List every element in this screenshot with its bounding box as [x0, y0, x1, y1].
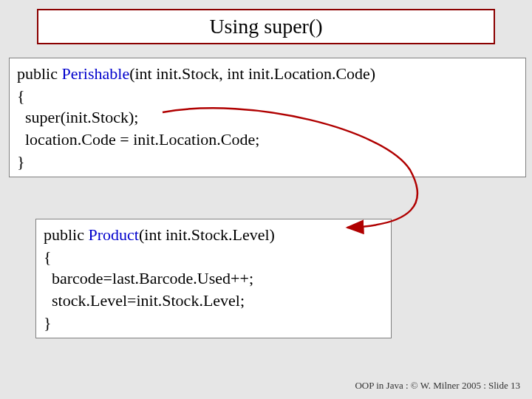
slide-title: Using super(): [209, 15, 322, 38]
code-text: }: [17, 152, 25, 171]
code-text: {: [44, 248, 52, 266]
code-text: barcode=last.Barcode.Used++;: [44, 269, 253, 287]
class-name-perishable: Perishable: [62, 64, 130, 83]
code-text: stock.Level=init.Stock.Level;: [44, 291, 245, 310]
code-text: (int init.Stock, int init.Location.Code): [129, 64, 375, 83]
code-text: location.Code = init.Location.Code;: [17, 130, 259, 149]
code-text: super(init.Stock);: [17, 108, 138, 126]
code-text: {: [17, 86, 25, 105]
code-text: }: [44, 313, 52, 332]
code-text: public: [17, 64, 62, 83]
code-text: public: [44, 225, 89, 244]
code-block-product: public Product(int init.Stock.Level) { b…: [35, 219, 392, 338]
class-name-product: Product: [89, 225, 139, 244]
title-box: Using super(): [37, 9, 495, 44]
footer-text: OOP in Java : © W. Milner 2005 : Slide 1…: [355, 380, 520, 392]
code-text: (int init.Stock.Level): [139, 225, 275, 244]
code-block-perishable: public Perishable(int init.Stock, int in…: [9, 58, 526, 177]
